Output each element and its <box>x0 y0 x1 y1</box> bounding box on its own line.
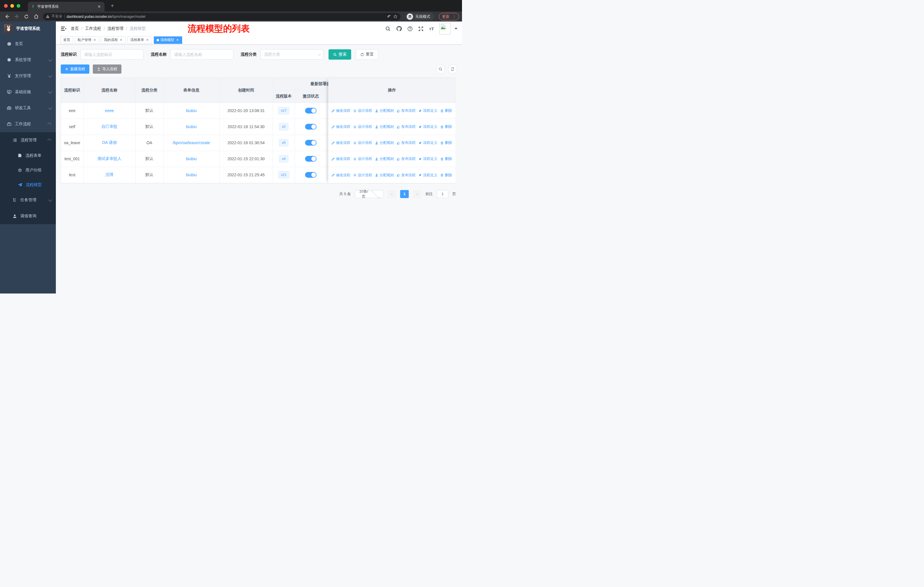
sidebar-item-user-group[interactable]: 用户分组 <box>0 163 56 177</box>
new-tab-button[interactable]: + <box>109 2 116 10</box>
delete-process-link[interactable]: 删除 <box>440 173 452 178</box>
form-info-link[interactable]: /bpm/oa/leave/create <box>173 141 210 145</box>
github-icon[interactable] <box>396 26 402 31</box>
active-toggle[interactable] <box>305 172 317 178</box>
password-key-icon[interactable] <box>387 14 391 19</box>
design-process-link[interactable]: 设计流程 <box>353 141 372 146</box>
active-toggle[interactable] <box>305 156 317 162</box>
sidebar-item-system[interactable]: 系统管理 <box>0 52 56 68</box>
assign-rule-link[interactable]: 分配规则 <box>375 141 394 146</box>
form-info-link[interactable]: biubiu <box>186 172 196 177</box>
edit-process-link[interactable]: 修改流程 <box>332 157 350 161</box>
process-name-link[interactable]: eeee <box>105 108 114 113</box>
tag-tenant[interactable]: 租户管理✕ <box>75 36 99 44</box>
publish-process-link[interactable]: 发布流程 <box>397 157 416 161</box>
fullscreen-icon[interactable] <box>418 26 424 31</box>
create-process-button[interactable]: 新建流程 <box>61 64 89 74</box>
import-process-button[interactable]: 导入流程 <box>93 64 121 74</box>
sidebar-item-leave-query[interactable]: 请假查询 <box>0 208 56 224</box>
process-definition-link[interactable]: 流程定义 <box>419 141 437 146</box>
sidebar-item-infra[interactable]: 基础设施 <box>0 84 56 100</box>
close-icon[interactable]: ✕ <box>119 38 123 42</box>
edit-process-link[interactable]: 修改流程 <box>332 173 350 178</box>
publish-process-link[interactable]: 发布流程 <box>397 108 416 113</box>
active-toggle[interactable] <box>305 108 317 114</box>
address-bar[interactable]: 不安全 dashboard.yudao.iocoder.cn/bpm/manag… <box>43 13 401 20</box>
avatar-caret-icon[interactable] <box>455 28 457 30</box>
close-icon[interactable]: ✕ <box>93 38 97 42</box>
process-name-input[interactable] <box>170 49 233 60</box>
home-icon[interactable] <box>32 13 40 21</box>
delete-process-link[interactable]: 删除 <box>440 141 452 146</box>
process-definition-link[interactable]: 流程定义 <box>419 124 437 129</box>
sidebar-item-workflow[interactable]: 工作流程 <box>0 116 56 132</box>
avatar[interactable] <box>439 23 451 35</box>
breadcrumb-process-mgmt[interactable]: 流程管理 <box>107 26 124 31</box>
assign-rule-link[interactable]: 分配规则 <box>375 173 394 178</box>
bookmark-star-icon[interactable] <box>393 14 398 19</box>
active-toggle[interactable] <box>305 124 317 129</box>
browser-update-button[interactable]: 更新 ⋮ <box>439 13 459 20</box>
refresh-table-button[interactable] <box>448 64 457 74</box>
tag-home[interactable]: 首页 <box>60 36 73 44</box>
process-name-link[interactable]: 自己审批 <box>101 124 117 129</box>
search-button[interactable]: 搜索 <box>328 49 351 60</box>
close-icon[interactable]: ✕ <box>145 38 149 42</box>
header-search-icon[interactable] <box>385 26 391 31</box>
collapse-sidebar-icon[interactable] <box>60 25 67 32</box>
forward-icon[interactable] <box>13 13 21 21</box>
toggle-search-button[interactable] <box>436 64 445 74</box>
minimize-window-button[interactable] <box>10 4 14 8</box>
form-info-link[interactable]: biubiu <box>186 157 196 161</box>
form-info-link[interactable]: biubiu <box>186 108 196 113</box>
tag-process-form[interactable]: 流程表单✕ <box>127 36 152 44</box>
zoom-window-button[interactable] <box>16 4 20 8</box>
process-name-link[interactable]: OA 请假 <box>102 140 117 145</box>
page-number-button[interactable]: 1 <box>400 190 409 198</box>
browser-menu-icon[interactable]: ⋮ <box>452 14 456 19</box>
sidebar-item-devtools[interactable]: 研发工具 <box>0 100 56 116</box>
delete-process-link[interactable]: 删除 <box>440 108 452 113</box>
process-definition-link[interactable]: 流程定义 <box>419 173 437 178</box>
delete-process-link[interactable]: 删除 <box>440 124 452 129</box>
design-process-link[interactable]: 设计流程 <box>353 108 372 113</box>
sidebar-item-process-mgmt[interactable]: 流程管理 <box>0 132 56 148</box>
breadcrumb-home[interactable]: 首页 <box>71 26 79 31</box>
reset-button[interactable]: 重置 <box>356 49 378 60</box>
assign-rule-link[interactable]: 分配规则 <box>375 108 394 113</box>
tab-close-icon[interactable]: ✕ <box>97 4 102 9</box>
assign-rule-link[interactable]: 分配规则 <box>375 157 394 161</box>
help-icon[interactable] <box>407 26 413 31</box>
sidebar-item-task-mgmt[interactable]: 任务管理 <box>0 192 56 208</box>
publish-process-link[interactable]: 发布流程 <box>397 173 416 178</box>
tag-my-process[interactable]: 我的流程✕ <box>101 36 126 44</box>
edit-process-link[interactable]: 修改流程 <box>332 141 350 146</box>
prev-page-button[interactable]: ‹ <box>388 190 396 198</box>
sidebar-item-process-form[interactable]: 流程表单 <box>0 148 56 163</box>
process-name-link[interactable]: 滔博 <box>106 172 114 177</box>
next-page-button[interactable]: › <box>413 190 421 198</box>
edit-process-link[interactable]: 修改流程 <box>332 108 350 113</box>
sidebar-item-payment[interactable]: 支付管理 <box>0 68 56 84</box>
app-logo[interactable]: 芋道管理系统 <box>0 21 56 36</box>
breadcrumb-workflow[interactable]: 工作流程 <box>85 26 101 31</box>
publish-process-link[interactable]: 发布流程 <box>397 124 416 129</box>
tag-process-model[interactable]: 流程模型✕ <box>154 36 182 44</box>
form-info-link[interactable]: biubiu <box>186 124 196 129</box>
delete-process-link[interactable]: 删除 <box>440 157 452 161</box>
publish-process-link[interactable]: 发布流程 <box>397 141 416 146</box>
design-process-link[interactable]: 设计流程 <box>353 157 372 161</box>
sidebar-item-process-model[interactable]: 流程模型 <box>0 177 56 192</box>
close-icon[interactable]: ✕ <box>176 38 179 42</box>
edit-process-link[interactable]: 修改流程 <box>332 124 350 129</box>
design-process-link[interactable]: 设计流程 <box>353 124 372 129</box>
close-window-button[interactable] <box>4 4 8 8</box>
goto-page-input[interactable] <box>437 190 448 198</box>
design-process-link[interactable]: 设计流程 <box>353 173 372 178</box>
process-name-link[interactable]: 测试多审批人 <box>97 156 121 161</box>
back-icon[interactable] <box>3 13 11 21</box>
incognito-badge[interactable]: 无痕模式 <box>406 13 434 21</box>
process-definition-link[interactable]: 流程定义 <box>419 108 437 113</box>
browser-tab[interactable]: 芋道管理系统 ✕ <box>28 2 104 12</box>
process-definition-link[interactable]: 流程定义 <box>419 157 437 161</box>
